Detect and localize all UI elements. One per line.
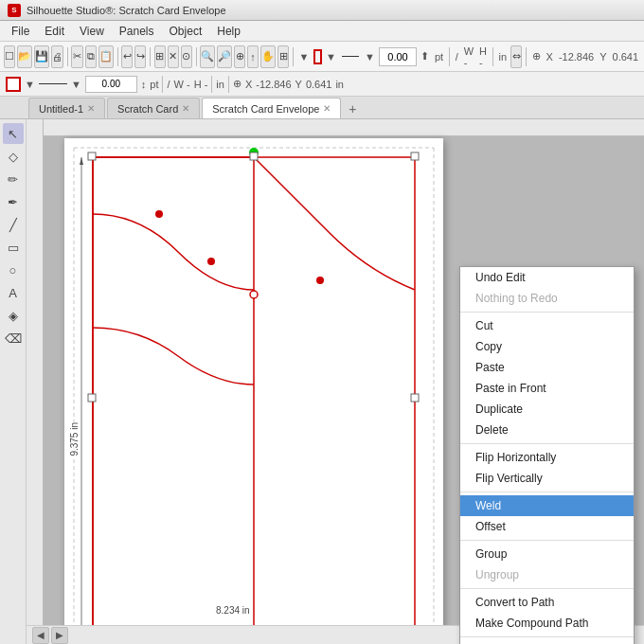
context-menu-item-paste[interactable]: Paste xyxy=(460,357,634,378)
menu-help[interactable]: Help xyxy=(209,23,248,40)
context-menu-item-flip-vertically[interactable]: Flip Vertically xyxy=(460,468,634,489)
eraser-tool[interactable]: ⌫ xyxy=(3,328,24,349)
menu-file[interactable]: File xyxy=(4,23,37,40)
print-button[interactable]: 🖨 xyxy=(51,45,63,68)
zoom-fit-button[interactable]: ⊕ xyxy=(234,45,245,68)
copy-button[interactable]: ⧉ xyxy=(85,45,97,68)
svg-rect-6 xyxy=(411,152,419,160)
units-button[interactable]: ⇔ xyxy=(510,45,522,68)
pan-button[interactable]: ✋ xyxy=(260,45,276,68)
props-width-input[interactable] xyxy=(85,76,137,93)
tab-untitled[interactable]: Untitled-1 ✕ xyxy=(28,98,105,118)
add-tab-button[interactable]: + xyxy=(343,99,362,118)
context-menu-item-copy[interactable]: Copy xyxy=(460,336,634,357)
nav-left-button[interactable]: ◀ xyxy=(32,627,49,644)
stroke-stepper[interactable]: ⬆ xyxy=(419,50,431,63)
context-menu: Undo EditNothing to RedoCutCopyPastePast… xyxy=(459,266,635,644)
tab-scratch-card[interactable]: Scratch Card ✕ xyxy=(107,98,200,118)
props-pen-icon: / xyxy=(167,79,170,90)
tab-scratch-card-close[interactable]: ✕ xyxy=(182,103,189,114)
tab-untitled-label: Untitled-1 xyxy=(39,103,83,115)
context-menu-item-convert-to-path[interactable]: Convert to Path xyxy=(460,592,634,613)
context-menu-item-ungroup: Ungroup xyxy=(460,564,634,585)
fill-color-swatch[interactable] xyxy=(6,77,21,92)
context-menu-item-duplicate[interactable]: Duplicate xyxy=(460,399,634,420)
paste-button[interactable]: 📋 xyxy=(98,45,114,68)
h-label: H - xyxy=(477,45,489,68)
design-canvas xyxy=(64,138,443,644)
fill-tool[interactable]: ◈ xyxy=(3,305,24,326)
context-menu-separator xyxy=(460,492,634,492)
x-value: -12.846 xyxy=(557,51,596,63)
context-menu-separator xyxy=(460,636,634,637)
text-tool[interactable]: A xyxy=(3,282,24,303)
stroke-color[interactable] xyxy=(313,49,322,64)
new-button[interactable]: ☐ xyxy=(4,45,15,68)
canvas-area[interactable]: 9.375 in 8.234 in Undo EditNothing to Re… xyxy=(27,119,644,644)
context-menu-item-weld[interactable]: Weld xyxy=(460,495,634,516)
context-menu-item-delete[interactable]: Delete xyxy=(460,420,634,440)
menu-edit[interactable]: Edit xyxy=(37,23,72,40)
context-menu-separator xyxy=(460,312,634,313)
save-button[interactable]: 💾 xyxy=(34,45,49,68)
cut-button[interactable]: ✂ xyxy=(71,45,82,68)
design-svg xyxy=(64,138,443,644)
node-tool[interactable]: ◇ xyxy=(3,146,24,167)
props-stepper[interactable]: ↕ xyxy=(141,79,147,90)
zoom-out-button[interactable]: 🔎 xyxy=(217,45,232,68)
group-select-button[interactable]: ⊞ xyxy=(154,45,166,68)
pencil-tool[interactable]: ✏ xyxy=(3,169,24,189)
props-y-label: Y xyxy=(295,79,302,90)
props-w-label: W - xyxy=(174,79,190,90)
pan-up-button[interactable]: ↑ xyxy=(247,45,259,68)
select-tool[interactable]: ↖ xyxy=(3,123,24,144)
props-crosshair: ⊕ xyxy=(233,78,242,90)
nav-right-button[interactable]: ▶ xyxy=(51,627,68,644)
menu-panels[interactable]: Panels xyxy=(112,23,162,40)
zoom-in-button[interactable]: 🔍 xyxy=(200,45,215,68)
context-menu-item-group[interactable]: Group xyxy=(460,544,634,564)
props-stroke-line xyxy=(39,83,67,84)
context-menu-item-paste-in-front[interactable]: Paste in Front xyxy=(460,378,634,399)
line-tool[interactable]: ╱ xyxy=(3,214,24,235)
y-label: Y xyxy=(598,51,608,63)
tab-envelope-close[interactable]: ✕ xyxy=(323,103,331,114)
context-menu-separator xyxy=(460,540,634,541)
props-pt-label: pt xyxy=(150,79,158,90)
context-menu-item-send-to-back[interactable]: Send to Back xyxy=(460,640,634,644)
props-y-value: 0.641 xyxy=(306,79,332,90)
rect-tool[interactable]: ▭ xyxy=(3,237,24,258)
crosshair-icon: ⊕ xyxy=(530,50,543,63)
toolbar: ☐ 📂 💾 🖨 ✂ ⧉ 📋 ↩ ↪ ⊞ ✕ ⊙ 🔍 🔎 ⊕ ↑ ✋ ⊞ ▼ ▼ … xyxy=(0,42,644,72)
undo-button[interactable]: ↩ xyxy=(121,45,133,68)
stroke-preview xyxy=(342,56,359,57)
context-menu-item-offset[interactable]: Offset xyxy=(460,516,634,537)
props-arrow2: ▼ xyxy=(71,79,81,90)
height-dimension-label: 9.375 in xyxy=(69,422,80,456)
tab-scratch-card-envelope[interactable]: Scratch Card Envelope ✕ xyxy=(202,98,341,118)
menu-bar: File Edit View Panels Object Help xyxy=(0,21,644,42)
open-button[interactable]: 📂 xyxy=(17,45,32,68)
ellipse-tool[interactable]: ○ xyxy=(3,259,24,280)
tab-untitled-close[interactable]: ✕ xyxy=(87,103,95,114)
x-label: X xyxy=(545,51,555,63)
context-menu-item-flip-horizontally[interactable]: Flip Horizontally xyxy=(460,447,634,468)
w-label: W - xyxy=(462,45,475,68)
context-menu-item-undo-edit[interactable]: Undo Edit xyxy=(460,267,634,288)
context-menu-item-make-compound-path[interactable]: Make Compound Path xyxy=(460,613,634,634)
redo-button[interactable]: ↪ xyxy=(134,45,146,68)
menu-object[interactable]: Object xyxy=(162,23,210,40)
pen-tool[interactable]: ✒ xyxy=(3,191,24,212)
align-button[interactable]: ⊙ xyxy=(181,45,192,68)
stroke-width-input[interactable]: 0.00 xyxy=(379,47,417,66)
tabs-bar: Untitled-1 ✕ Scratch Card ✕ Scratch Card… xyxy=(0,97,644,119)
svg-point-14 xyxy=(207,258,215,265)
context-menu-item-cut[interactable]: Cut xyxy=(460,315,634,336)
add-page-button[interactable]: ⊞ xyxy=(277,45,289,68)
menu-view[interactable]: View xyxy=(72,23,112,40)
title-bar: S Silhouette Studio®: Scratch Card Envel… xyxy=(0,0,644,21)
y-value: 0.641 xyxy=(611,51,641,63)
tab-envelope-label: Scratch Card Envelope xyxy=(212,103,319,115)
props-in-label: in xyxy=(216,79,224,90)
transform-button[interactable]: ✕ xyxy=(168,45,179,68)
